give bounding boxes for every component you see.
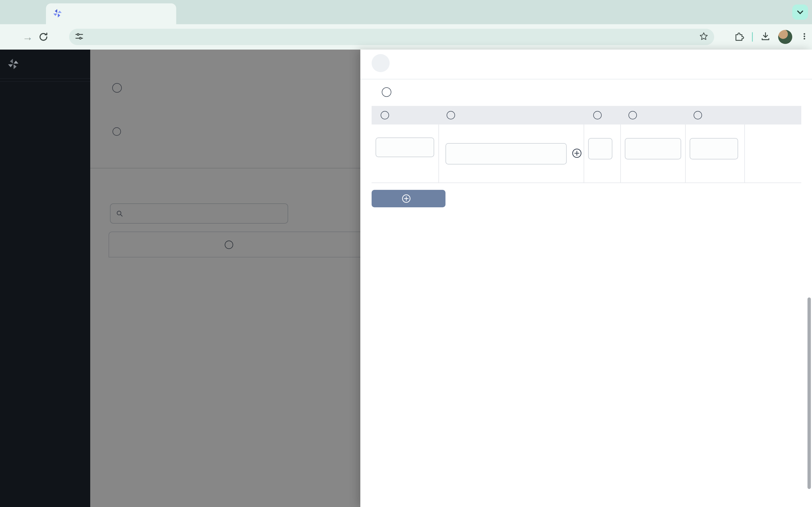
tab-search-chevron-button[interactable] [792,4,808,20]
queue-delay-chart[interactable] [389,465,786,507]
extensions-puzzle-icon[interactable] [734,31,745,43]
add-new-alert-button[interactable] [371,190,446,207]
cooldown-input[interactable] [625,138,681,159]
alert-settings-table [371,106,801,183]
info-icon[interactable] [380,111,389,119]
drawer-backdrop[interactable] [90,50,360,507]
sidebar-brand[interactable] [0,50,90,78]
browser-tab[interactable] [46,3,176,24]
alert-table-row [371,124,801,183]
add-tag-plus-icon[interactable] [571,148,582,161]
site-settings-icon[interactable] [75,32,84,42]
drawer-scrollbar[interactable] [808,297,811,489]
info-icon[interactable] [593,111,602,119]
add-tag-input[interactable] [446,143,567,165]
tab-close-icon[interactable] [158,8,169,19]
screen: → [0,0,812,507]
info-icon[interactable] [447,111,455,119]
queue-alert-settings-header[interactable] [373,87,391,97]
url-bar[interactable] [69,29,714,45]
reload-button[interactable] [36,29,51,45]
windmill-favicon-icon [53,8,62,19]
kebab-menu-icon[interactable] [800,32,809,42]
windmill-logo-icon [7,58,19,71]
collapse-sidebar-icon[interactable] [0,500,90,502]
sidebar [0,50,90,507]
plus-circle-icon [401,193,411,204]
drawer-header [360,50,812,79]
queue-metrics-drawer [360,50,812,507]
info-icon[interactable] [694,111,702,119]
info-icon[interactable] [382,87,391,97]
downloads-icon[interactable] [760,31,771,43]
browser-toolbar: → [0,24,812,50]
alert-name-input[interactable] [375,137,434,157]
bookmark-star-icon[interactable] [699,32,709,42]
forward-button[interactable]: → [20,29,36,45]
sidebar-divider [0,81,90,82]
jobs-input[interactable] [588,138,612,159]
browser-tab-strip [0,0,812,24]
triggers-section-label [0,84,90,94]
profile-avatar[interactable] [778,30,792,44]
back-button[interactable] [4,29,20,45]
alert-table-header [371,106,801,124]
close-drawer-button[interactable] [371,54,390,72]
info-icon[interactable] [628,111,637,119]
toolbar-divider [752,32,753,42]
delayed-jobs-chart[interactable] [389,255,786,424]
sidebar-bottom-group [0,500,90,502]
time-input[interactable] [690,138,738,159]
toolbar-actions [734,24,809,50]
